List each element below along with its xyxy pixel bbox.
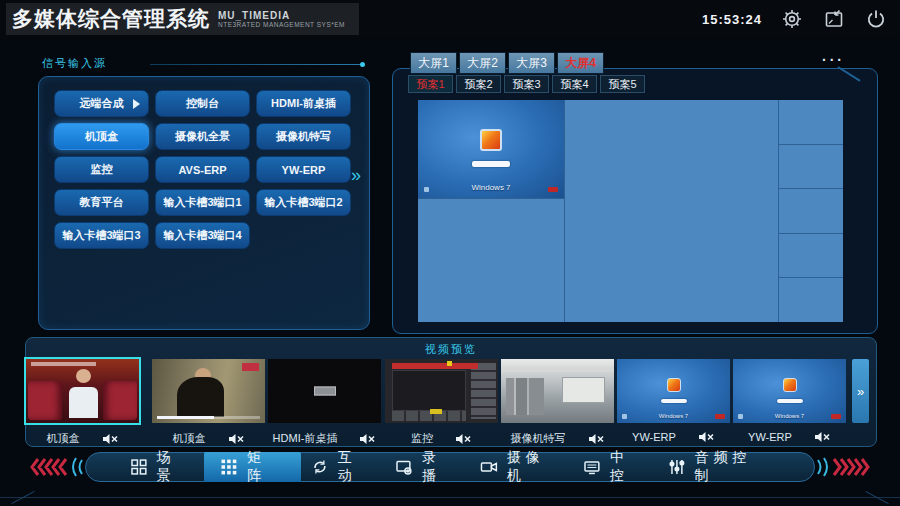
source-button-monitor[interactable]: 监控 [54,156,149,183]
source-button-grid: 远端合成 控制台 HDMI-前桌插 机顶盒 摄像机全景 摄像机特写 监控 AVS… [51,87,357,252]
grid-3x3-icon [220,458,238,476]
thumbnail-image [385,359,498,423]
source-panel-title: 信号输入源 [42,56,107,71]
nav-item-scene[interactable]: 场景 [120,452,204,482]
nav-item-matrix[interactable]: 矩阵 [204,452,300,482]
source-button-camera-wide[interactable]: 摄像机全景 [155,123,250,150]
tab-preset-3[interactable]: 预案3 [504,75,549,93]
thumb-label: HDMI-前桌插 [273,431,338,446]
bottom-border-line [0,497,900,498]
thumb-label: 监控 [411,431,433,446]
app-title-block: 多媒体综合管理系统 MU_TIMEDIA NTE3RATED MANAGEMEN… [6,3,359,35]
preview-thumbnail-yw-erp-1[interactable]: Windows 7 [617,359,730,423]
mute-icon[interactable] [698,431,715,443]
wall-cell-windows-preview[interactable]: Windows 7 [418,100,564,199]
preview-thumbnail-settop[interactable] [152,359,265,423]
mute-icon[interactable] [228,433,245,445]
shutdown-button-art [548,187,558,192]
source-button-avs-erp[interactable]: AVS-ERP [155,156,250,183]
source-button-slot3-port3[interactable]: 输入卡槽3端口3 [54,222,149,249]
record-screen-icon [395,458,413,476]
preset-tab-bar: 预案1 预案2 预案3 预案4 预案5 [408,75,645,93]
ease-of-access-art [424,187,429,192]
mute-icon[interactable] [359,433,376,445]
source-button-slot3-port4[interactable]: 输入卡槽3端口4 [155,222,250,249]
mute-icon[interactable] [588,433,605,445]
preview-item: HDMI-前桌插 [268,359,381,446]
tab-preset-2[interactable]: 预案2 [456,75,501,93]
app-title: 多媒体综合管理系统 [12,5,210,33]
wall-cell-right-4[interactable] [779,234,843,279]
wall-cell-center[interactable] [565,100,779,322]
source-button-camera-closeup[interactable]: 摄像机特写 [256,123,351,150]
expand-sources-icon[interactable]: » [351,165,361,186]
thumbnail-image: Windows 7 [733,359,846,423]
gear-icon[interactable] [780,7,804,31]
thumb-label: 机顶盒 [47,431,80,446]
video-wall: Windows 7 [418,100,843,322]
nav-item-central-control[interactable]: 中控 [573,452,657,482]
source-button-yw-erp[interactable]: YW-ERP [256,156,351,183]
tab-preset-4[interactable]: 预案4 [552,75,597,93]
nav-item-audio-control[interactable]: 音频控制 [658,452,780,482]
screen-tab-bar: 大屏1 大屏2 大屏3 大屏4 [410,52,604,74]
app-header: 多媒体综合管理系统 MU_TIMEDIA NTE3RATED MANAGEMEN… [0,0,900,38]
preview-thumbnail-camera-closeup[interactable] [501,359,614,423]
wall-cell-right-1[interactable] [779,100,843,145]
thumb-label: YW-ERP [748,431,792,443]
nav-item-camera[interactable]: 摄像机 [470,452,573,482]
thumbnail-image [501,359,614,423]
source-button-console[interactable]: 控制台 [155,90,250,117]
nav-item-recording[interactable]: 录播 [385,452,469,482]
source-button-slot3-port2[interactable]: 输入卡槽3端口2 [256,189,351,216]
source-button-slot3-port1[interactable]: 输入卡槽3端口1 [155,189,250,216]
preview-thumbnail-monitor[interactable] [385,359,498,423]
control-console-icon [583,458,601,476]
preview-item: 监控 [385,359,498,446]
right-decoration [814,455,876,483]
mute-icon[interactable] [814,431,831,443]
video-preview-strip: 视频预览 机顶盒 HDMI-前桌插 [25,337,877,447]
password-input-art [472,161,510,167]
brand-subtitle: MU_TIMEDIA NTE3RATED MANAGEMENT SYS*EM [218,10,345,28]
mute-icon[interactable] [455,433,472,445]
preview-thumbnail-yw-erp-2[interactable]: Windows 7 [733,359,846,423]
preview-thumbnail-hdmi[interactable] [268,359,381,423]
wall-cell-right-5[interactable] [779,278,843,322]
tab-preset-5[interactable]: 预案5 [600,75,645,93]
bottom-nav-bar: 场景 矩阵 互动 录播 摄像机 [85,452,815,482]
user-avatar [480,129,502,151]
clock: 15:53:24 [702,12,762,27]
more-menu-icon[interactable]: ··· [822,52,845,68]
wall-cell-right-2[interactable] [779,145,843,190]
preview-thumbnail-settop-selected[interactable] [26,359,139,423]
tab-screen-1[interactable]: 大屏1 [410,52,457,74]
tab-screen-4[interactable]: 大屏4 [557,52,604,74]
source-button-edu-platform[interactable]: 教育平台 [54,189,149,216]
audio-sliders-icon [668,458,686,476]
source-button-remote-compose[interactable]: 远端合成 [54,90,149,117]
tab-preset-1[interactable]: 预案1 [408,75,453,93]
power-icon[interactable] [864,7,888,31]
tab-screen-3[interactable]: 大屏3 [508,52,555,74]
tab-screen-2[interactable]: 大屏2 [459,52,506,74]
source-button-hdmi[interactable]: HDMI-前桌插 [256,90,351,117]
thumb-label: 机顶盒 [173,431,206,446]
wall-cell-right-3[interactable] [779,189,843,234]
mute-icon[interactable] [102,433,119,445]
source-panel: 远端合成 控制台 HDMI-前桌插 机顶盒 摄像机全景 摄像机特写 监控 AVS… [38,76,370,330]
thumb-label: 摄像机特写 [511,431,566,446]
thumbnail-image: Windows 7 [617,359,730,423]
thumbnail-image [26,359,139,423]
windows-label: Windows 7 [418,183,564,192]
thumb-label: YW-ERP [632,431,676,443]
nav-item-interactive[interactable]: 互动 [301,452,385,482]
scroll-right-button[interactable]: » [852,359,869,423]
wall-cell-blank[interactable] [418,199,564,322]
preview-item: 机顶盒 [26,359,139,446]
video-camera-icon [480,458,498,476]
submenu-arrow-icon [133,99,140,109]
preview-item: 摄像机特写 [501,359,614,446]
resize-icon[interactable] [822,7,846,31]
source-button-settop-box[interactable]: 机顶盒 [54,123,149,150]
